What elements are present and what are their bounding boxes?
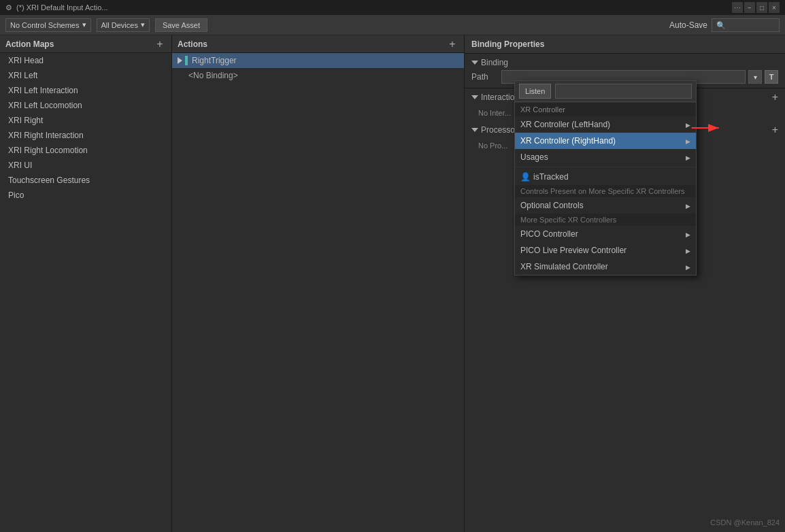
search-input[interactable] (712, 18, 780, 32)
more-specific-label: More Specific XR Controllers (515, 214, 696, 226)
title-bar-left: ⚙ (*) XRI Default Input Actio... (5, 3, 108, 12)
popup-item-istracked[interactable]: 👤 isTracked (515, 169, 696, 185)
title-more-btn[interactable]: ⋯ (732, 2, 743, 13)
title-bar-icon: ⚙ (5, 3, 12, 12)
popup-item-xr-simulated[interactable]: XR Simulated Controller (515, 259, 696, 275)
list-item[interactable]: XRI Left Locomotion (0, 98, 171, 113)
popup-item-optional-controls[interactable]: Optional Controls (515, 197, 696, 214)
list-item[interactable]: XRI Right Locomotion (0, 143, 171, 158)
actions-title: Actions (178, 39, 207, 49)
popup-item-usages[interactable]: Usages (515, 149, 696, 165)
popup-search-input[interactable] (555, 84, 692, 99)
submenu-arrow-icon (686, 154, 690, 161)
action-label: RightTrigger (192, 56, 237, 65)
action-sub-item-nobinding[interactable]: <No Binding> (172, 68, 464, 83)
add-action-button[interactable]: + (446, 38, 458, 50)
list-item[interactable]: XRI Left Interaction (0, 83, 171, 98)
save-asset-button[interactable]: Save Asset (155, 18, 207, 32)
submenu-arrow-icon (686, 247, 690, 254)
collapse-icon (471, 95, 478, 99)
popup-search-row: Listen (515, 81, 696, 102)
popup-item-righthand[interactable]: XR Controller (RightHand) (515, 133, 696, 149)
watermark: CSDN @Kenan_824 (710, 518, 780, 527)
popup-item-pico-controller[interactable]: PICO Controller (515, 226, 696, 242)
add-interaction-button[interactable]: + (772, 91, 778, 103)
toolbar: No Control Schemes ▾ All Devices ▾ Save … (0, 15, 785, 35)
popup-divider (515, 167, 696, 167)
tracked-icon: 👤 (520, 172, 531, 182)
collapse-icon (471, 128, 478, 132)
dropdown-arrow-icon: ▾ (141, 20, 145, 29)
expand-icon (178, 57, 182, 64)
list-item[interactable]: XRI Left (0, 68, 171, 83)
action-maps-header: Action Maps + (0, 35, 171, 53)
popup-item-pico-live-preview[interactable]: PICO Live Preview Controller (515, 242, 696, 259)
title-bar-controls: ⋯ − □ × (732, 2, 780, 13)
red-arrow-indicator (687, 121, 728, 135)
popup-group-xr-controller: XR Controller (515, 102, 696, 116)
action-maps-list: XRI Head XRI Left XRI Left Interaction X… (0, 53, 171, 532)
list-item[interactable]: Touchscreen Gestures (0, 173, 171, 188)
path-label: Path (471, 72, 499, 82)
action-maps-title: Action Maps (5, 39, 54, 49)
path-dropdown-popup: Listen XR Controller XR Controller (Left… (514, 80, 697, 276)
action-color-indicator (185, 56, 188, 65)
dropdown-arrow-icon: ▾ (82, 20, 86, 29)
submenu-arrow-icon (686, 137, 690, 145)
actions-header: Actions + (172, 35, 464, 53)
list-item[interactable]: XRI UI (0, 158, 171, 173)
path-t-button[interactable]: T (765, 70, 778, 84)
popup-item-lefthand[interactable]: XR Controller (LeftHand) (515, 116, 696, 133)
title-bar-title: (*) XRI Default Input Actio... (16, 3, 108, 12)
list-item[interactable]: XRI Right (0, 113, 171, 128)
no-binding-label: <No Binding> (188, 71, 238, 80)
action-maps-panel: Action Maps + XRI Head XRI Left XRI Left… (0, 35, 172, 532)
all-devices-dropdown[interactable]: All Devices ▾ (97, 18, 150, 32)
autosave-area: Auto-Save (669, 18, 780, 32)
title-bar: ⚙ (*) XRI Default Input Actio... ⋯ − □ × (0, 0, 785, 15)
list-item[interactable]: XRI Head (0, 53, 171, 68)
title-minimize-btn[interactable]: − (744, 2, 755, 13)
submenu-arrow-icon (686, 231, 690, 238)
action-item-righttrigger[interactable]: RightTrigger (172, 53, 464, 68)
autosave-label: Auto-Save (669, 20, 707, 30)
path-dropdown-button[interactable]: ▾ (748, 70, 762, 84)
no-control-schemes-dropdown[interactable]: No Control Schemes ▾ (5, 18, 91, 32)
listen-button[interactable]: Listen (519, 84, 551, 99)
add-processor-button[interactable]: + (772, 124, 778, 136)
controls-present-label: Controls Present on More Specific XR Con… (515, 185, 696, 197)
title-close-btn[interactable]: × (769, 2, 780, 13)
submenu-arrow-icon (686, 263, 690, 271)
binding-properties-title: Binding Properties (465, 35, 785, 54)
submenu-arrow-icon (686, 202, 690, 210)
binding-section-label: Binding (471, 58, 778, 67)
title-maximize-btn[interactable]: □ (756, 2, 767, 13)
list-item[interactable]: XRI Right Interaction (0, 128, 171, 143)
add-action-map-button[interactable]: + (154, 38, 166, 50)
actions-panel: Actions + RightTrigger <No Binding> (172, 35, 465, 532)
list-item[interactable]: Pico (0, 188, 171, 203)
collapse-icon (471, 61, 478, 65)
